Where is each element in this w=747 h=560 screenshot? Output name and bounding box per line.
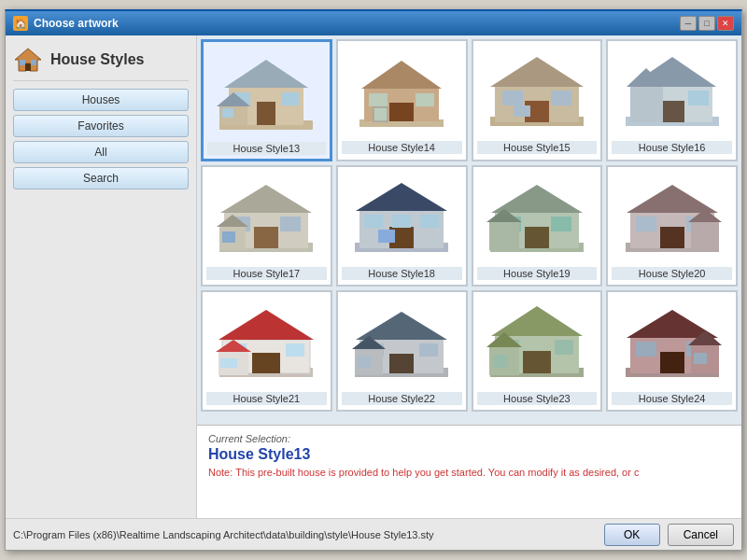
sidebar-header: House Styles <box>13 43 189 81</box>
svg-rect-48 <box>364 215 383 228</box>
grid-item-15[interactable]: House Style15 <box>472 39 603 161</box>
svg-rect-12 <box>222 108 233 118</box>
grid-item-label-23: House Style23 <box>477 392 598 405</box>
favorites-button[interactable]: Favorites <box>13 115 189 137</box>
maximize-button[interactable]: □ <box>698 16 715 31</box>
svg-rect-63 <box>660 227 684 248</box>
grid-item-label-19: House Style19 <box>477 267 598 280</box>
svg-rect-30 <box>660 101 684 122</box>
svg-rect-1 <box>25 63 31 71</box>
dialog-window: 🏠 Choose artwork ─ □ ✕ House Styles <box>5 9 742 551</box>
svg-marker-88 <box>491 306 583 336</box>
svg-rect-94 <box>493 355 508 368</box>
grid-item-label-21: House Style21 <box>206 392 327 405</box>
title-bar-left: 🏠 Choose artwork <box>13 16 119 31</box>
svg-marker-62 <box>627 185 718 213</box>
sidebar: House Styles Houses Favorites All Search <box>6 35 197 518</box>
house-styles-icon <box>13 47 43 73</box>
svg-rect-2 <box>20 60 25 65</box>
title-buttons: ─ □ ✕ <box>680 16 734 31</box>
svg-rect-64 <box>636 217 656 231</box>
svg-rect-73 <box>286 343 304 357</box>
svg-rect-103 <box>694 353 707 364</box>
svg-rect-58 <box>489 222 519 250</box>
cancel-button[interactable]: Cancel <box>668 524 734 546</box>
grid-item-18[interactable]: House Style18 <box>336 165 468 287</box>
svg-marker-37 <box>220 185 312 213</box>
house-image-20 <box>612 171 732 264</box>
grid-item-label-16: House Style16 <box>612 141 732 154</box>
note-prefix: Note: <box>208 467 235 478</box>
title-bar: 🏠 Choose artwork ─ □ ✕ <box>6 11 741 35</box>
svg-marker-6 <box>224 60 308 88</box>
sidebar-title: House Styles <box>50 51 144 68</box>
svg-rect-24 <box>502 91 523 105</box>
grid-item-22[interactable]: House Style22 <box>336 290 468 412</box>
house-image-14 <box>342 45 462 138</box>
grid-item-label-15: House Style15 <box>477 141 598 154</box>
dialog-icon: 🏠 <box>13 16 28 31</box>
house-image-17 <box>206 171 327 264</box>
house-grid: House Style13 <box>201 39 738 412</box>
grid-item-20[interactable]: House Style20 <box>606 165 738 287</box>
svg-rect-80 <box>389 354 414 373</box>
main-area: House Styles Houses Favorites All Search <box>6 35 741 518</box>
info-note: Note: This pre-built house is provided t… <box>208 467 730 478</box>
svg-rect-7 <box>257 102 275 125</box>
svg-marker-46 <box>356 183 447 211</box>
grid-item-label-24: House Style24 <box>612 392 732 405</box>
svg-rect-32 <box>688 91 709 105</box>
grid-item-16[interactable]: House Style16 <box>606 39 738 161</box>
grid-item-17[interactable]: House Style17 <box>201 165 332 287</box>
info-label: Current Selection: <box>208 433 730 444</box>
house-image-19 <box>477 171 598 264</box>
house-image-18 <box>342 171 462 264</box>
grid-item-label-20: House Style20 <box>612 267 732 280</box>
svg-rect-33 <box>630 87 663 122</box>
house-image-23 <box>477 296 598 389</box>
houses-button[interactable]: Houses <box>13 89 189 111</box>
grid-item-label-13: House Style13 <box>207 142 326 155</box>
svg-rect-50 <box>392 215 411 228</box>
svg-rect-85 <box>358 357 371 368</box>
svg-rect-3 <box>31 60 36 65</box>
svg-rect-51 <box>378 230 395 243</box>
svg-marker-79 <box>356 312 447 340</box>
svg-rect-38 <box>254 227 278 248</box>
house-image-13 <box>207 46 326 139</box>
svg-rect-55 <box>525 227 549 248</box>
svg-rect-66 <box>691 222 719 250</box>
svg-rect-49 <box>420 215 439 228</box>
grid-item-label-22: House Style22 <box>342 392 462 405</box>
svg-rect-98 <box>660 352 684 373</box>
svg-rect-71 <box>252 353 280 373</box>
minimize-button[interactable]: ─ <box>680 16 697 31</box>
grid-item-23[interactable]: House Style23 <box>472 290 603 412</box>
svg-rect-16 <box>389 103 414 121</box>
search-button[interactable]: Search <box>13 167 189 189</box>
grid-item-21[interactable]: House Style21 <box>201 290 332 412</box>
svg-marker-15 <box>361 61 442 89</box>
content-area: House Style13 <box>197 35 741 518</box>
svg-rect-40 <box>280 217 301 231</box>
grid-item-14[interactable]: House Style14 <box>336 39 468 161</box>
all-button[interactable]: All <box>13 141 189 163</box>
file-path: C:\Program Files (x86)\Realtime Landscap… <box>13 529 597 540</box>
svg-rect-25 <box>551 91 571 105</box>
close-button[interactable]: ✕ <box>717 16 734 31</box>
grid-item-label-18: House Style18 <box>342 267 462 280</box>
svg-rect-57 <box>551 217 571 231</box>
svg-rect-89 <box>523 351 551 373</box>
ok-button[interactable]: OK <box>604 524 660 546</box>
note-text: This pre-built house is provided to help… <box>235 467 639 478</box>
svg-rect-82 <box>419 343 438 357</box>
svg-rect-76 <box>220 358 237 368</box>
svg-rect-26 <box>514 105 530 117</box>
svg-rect-43 <box>222 231 235 243</box>
grid-area[interactable]: House Style13 <box>197 35 741 425</box>
svg-rect-19 <box>374 107 388 121</box>
house-image-21 <box>206 296 327 389</box>
grid-item-24[interactable]: House Style24 <box>606 290 738 412</box>
grid-item-19[interactable]: House Style19 <box>472 165 603 287</box>
grid-item-13[interactable]: House Style13 <box>201 39 332 161</box>
